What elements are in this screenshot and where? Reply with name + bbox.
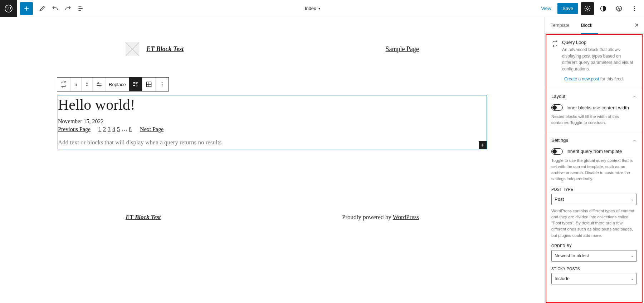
help-button[interactable] (613, 2, 625, 15)
add-block-inside-button[interactable] (479, 141, 487, 149)
block-toolbar: Replace (57, 77, 169, 91)
svg-rect-18 (133, 85, 135, 86)
block-settings-panel: Query Loop An advanced block that allows… (546, 34, 643, 303)
svg-point-4 (634, 6, 635, 7)
next-page-link[interactable]: Next Page (140, 126, 164, 132)
redo-button[interactable] (62, 2, 74, 15)
block-type-button[interactable] (57, 78, 70, 91)
redo-icon (64, 5, 72, 12)
save-button[interactable]: Save (557, 3, 578, 14)
plus-icon (23, 5, 30, 12)
site-header: ET Block Test Sample Page (58, 42, 487, 56)
order-by-select[interactable]: Newest to oldest⌄ (551, 250, 637, 262)
svg-point-0 (5, 5, 12, 12)
settings-button[interactable] (581, 2, 594, 15)
close-sidebar-button[interactable]: ✕ (629, 22, 644, 29)
top-toolbar: Index ▾ View Save (0, 0, 644, 17)
create-post-row: Create a new post for this feed. (551, 72, 637, 82)
replace-button[interactable]: Replace (106, 78, 129, 91)
inherit-query-toggle[interactable] (551, 148, 563, 155)
prev-page-link[interactable]: Previous Page (58, 126, 91, 132)
pagination: Previous Page 1 2 3 4 5 … 8 Next Page (58, 125, 487, 135)
page-num[interactable]: 1 (98, 126, 101, 132)
page-num[interactable]: 2 (103, 126, 106, 132)
layout-header[interactable]: Layout ︿ (551, 93, 637, 99)
undo-icon (52, 5, 59, 12)
template-label: Index (305, 6, 316, 11)
drag-icon (73, 82, 78, 87)
svg-rect-17 (136, 83, 137, 84)
page-num[interactable]: 4 (112, 126, 115, 132)
post-type-help: WordPress contains different types of co… (551, 208, 637, 239)
svg-rect-19 (136, 85, 138, 85)
updown-icon (84, 81, 89, 88)
svg-point-22 (162, 82, 162, 83)
page-num[interactable]: 8 (129, 126, 132, 132)
settings-header[interactable]: Settings ︿ (551, 137, 637, 143)
sticky-posts-select[interactable]: Include⌄ (551, 273, 637, 284)
tab-block[interactable]: Block (575, 17, 598, 34)
site-title[interactable]: ET Block Test (146, 45, 184, 53)
site-logo-placeholder[interactable] (126, 42, 139, 56)
wordpress-logo[interactable] (0, 0, 17, 17)
page-num[interactable]: 5 (117, 126, 120, 132)
chevron-up-icon: ︿ (633, 93, 637, 99)
block-name: Query Loop (562, 40, 637, 45)
inner-blocks-width-toggle[interactable] (551, 104, 563, 111)
wordpress-icon (4, 4, 13, 13)
contrast-icon (600, 5, 607, 12)
sliders-icon (96, 81, 103, 88)
block-more-button[interactable] (156, 78, 169, 91)
more-options-button[interactable] (628, 2, 641, 15)
display-list-button[interactable] (129, 78, 142, 91)
settings-slider-button[interactable] (93, 78, 106, 91)
chevron-down-icon: ⌄ (631, 277, 634, 280)
add-block-button[interactable] (20, 2, 33, 15)
sticky-posts-label: Sticky Posts (551, 267, 637, 271)
edit-mode-button[interactable] (36, 2, 49, 15)
tab-template[interactable]: Template (545, 17, 575, 34)
site-footer: ET Block Test Proudly powered by WordPre… (58, 214, 487, 221)
main-row: ET Block Test Sample Page (0, 17, 644, 303)
query-loop-block[interactable]: Hello world! November 15, 2022 Previous … (58, 95, 487, 149)
grid-layout-icon (145, 81, 152, 88)
inherit-help: Toggle to use the global query context t… (551, 158, 637, 182)
post-type-label: Post Type (551, 187, 637, 192)
wordpress-link[interactable]: WordPress (393, 214, 419, 220)
post-type-select[interactable]: Post⌄ (551, 194, 637, 205)
page-ellipsis: … (122, 126, 127, 132)
svg-point-6 (634, 10, 635, 11)
undo-button[interactable] (49, 2, 62, 15)
styles-button[interactable] (597, 2, 610, 15)
compass-icon (615, 5, 623, 12)
nav-sample-page[interactable]: Sample Page (386, 45, 487, 53)
svg-point-10 (76, 84, 77, 85)
display-grid-button[interactable] (142, 78, 156, 91)
list-view-button[interactable] (74, 2, 87, 15)
toggle-label: Inherit query from template (566, 149, 622, 154)
svg-point-12 (76, 85, 77, 86)
svg-point-9 (75, 84, 75, 85)
svg-point-13 (98, 83, 99, 84)
site-header-left: ET Block Test (58, 42, 184, 56)
no-results-placeholder[interactable]: Add text or blocks that will display whe… (58, 135, 487, 149)
pencil-icon (39, 5, 46, 12)
page-num[interactable]: 3 (108, 126, 111, 132)
layout-help: Nested blocks will fill the width of thi… (551, 114, 637, 126)
template-selector[interactable]: Index ▾ (87, 6, 537, 11)
kebab-icon (159, 81, 165, 88)
chevron-down-icon: ⌄ (631, 197, 634, 201)
footer-site-title[interactable]: ET Block Test (58, 214, 161, 221)
svg-point-8 (76, 83, 77, 84)
create-new-post-link[interactable]: Create a new post (564, 76, 599, 81)
post-title[interactable]: Hello world! (58, 95, 487, 113)
kebab-icon (631, 5, 638, 12)
canvas-inner: ET Block Test Sample Page (58, 42, 487, 221)
move-updown-button[interactable] (82, 78, 93, 91)
editor-canvas[interactable]: ET Block Test Sample Page (0, 17, 545, 303)
app-root: Index ▾ View Save (0, 0, 644, 303)
block-header-panel: Query Loop An advanced block that allows… (546, 35, 642, 88)
drag-handle[interactable] (70, 78, 82, 91)
post-date[interactable]: November 15, 2022 (58, 113, 487, 125)
view-button[interactable]: View (537, 4, 555, 13)
